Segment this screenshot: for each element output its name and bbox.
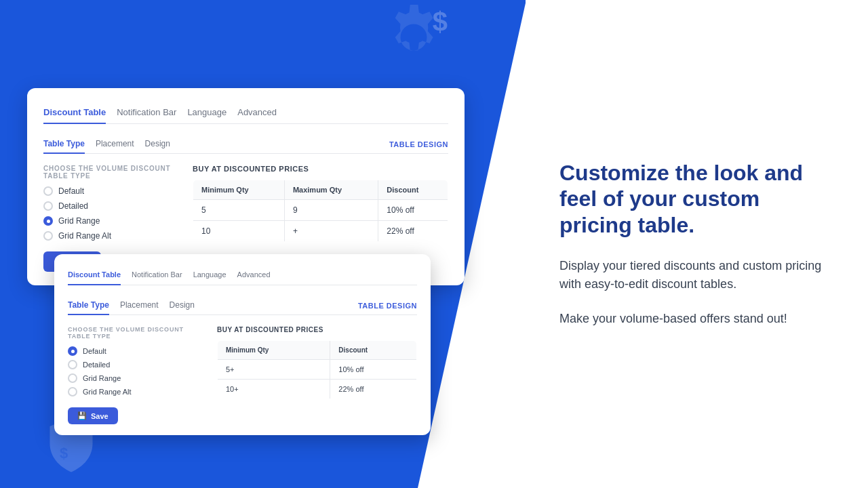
- row2-min: 10: [193, 221, 285, 242]
- tab-notification-bar[interactable]: Notification Bar: [117, 102, 176, 124]
- radio-grid-range[interactable]: Grid Range: [43, 216, 179, 226]
- dollar-shield-left: $: [60, 445, 68, 462]
- row1-max: 9: [284, 200, 378, 221]
- main-heading: Customize the look and feel of your cust…: [559, 160, 834, 238]
- radio-default[interactable]: Default: [43, 186, 179, 196]
- sec-row2-min: 10+: [218, 380, 330, 399]
- card-secondary-content: CHOOSE THE VOLUME DISCOUNT TABLE TYPE De…: [68, 326, 417, 424]
- col-min-qty: Minimum Qty: [193, 180, 285, 200]
- sec-table-row: 5+ 10% off: [218, 360, 417, 380]
- sec-radio-label-detailed: Detailed: [83, 361, 110, 369]
- radio-circle-grid-range: [43, 216, 53, 226]
- secondary-tabs-nav: Discount Table Notification Bar Language…: [68, 265, 417, 285]
- sub-tab-table-type[interactable]: Table Type: [43, 135, 85, 154]
- radio-label-grid-range: Grid Range: [58, 216, 100, 226]
- discount-title-main: BUY AT DISCOUNTED PRICES: [193, 165, 448, 173]
- sec-section-label: CHOOSE THE VOLUME DISCOUNT TABLE TYPE: [68, 326, 203, 340]
- tab-advanced[interactable]: Advanced: [237, 102, 277, 124]
- radio-circle-detailed: [43, 201, 53, 211]
- tab-language[interactable]: Language: [187, 102, 226, 124]
- radio-label-detailed: Detailed: [58, 201, 88, 211]
- discount-area-main: BUY AT DISCOUNTED PRICES Minimum Qty Max…: [179, 165, 448, 242]
- gear-top-icon: [370, 0, 458, 84]
- sec-row2-discount: 22% off: [330, 380, 417, 399]
- dollar-gear-top: $: [433, 7, 448, 37]
- sub-tab-design[interactable]: Design: [145, 135, 170, 154]
- sec-sub-tab-placement[interactable]: Placement: [120, 296, 159, 315]
- sec-table-design-link[interactable]: TABLE DESIGN: [358, 302, 417, 310]
- sec-row1-discount: 10% off: [330, 360, 417, 380]
- row2-max: +: [284, 221, 378, 242]
- gear-bottom-right-icon: [420, 404, 488, 474]
- sec-sub-tab-table-type[interactable]: Table Type: [68, 296, 109, 315]
- radio-label-grid-range-alt: Grid Range Alt: [58, 231, 111, 241]
- sec-col-discount: Discount: [330, 341, 417, 360]
- sec-save-label: Save: [91, 412, 108, 420]
- sec-radio-label-grid-range: Grid Range: [83, 374, 121, 382]
- table-design-link[interactable]: TABLE DESIGN: [389, 140, 448, 148]
- left-panel: $ Discount Table Notification Bar Langua…: [0, 0, 526, 488]
- row1-min: 5: [193, 200, 285, 221]
- sec-price-table: Minimum Qty Discount 5+ 10% off 10+ 22% …: [217, 340, 417, 399]
- col-discount: Discount: [378, 180, 448, 200]
- right-panel: Customize the look and feel of your cust…: [526, 0, 868, 488]
- sec-radio-section: CHOOSE THE VOLUME DISCOUNT TABLE TYPE De…: [68, 326, 203, 424]
- tab-discount-table[interactable]: Discount Table: [43, 102, 106, 124]
- radio-grid-range-alt[interactable]: Grid Range Alt: [43, 231, 179, 241]
- radio-circle-default: [43, 186, 53, 196]
- sec-col-min-qty: Minimum Qty: [218, 341, 330, 360]
- sec-radio-grid-range-alt[interactable]: Grid Range Alt: [68, 387, 203, 396]
- sec-sub-tab-design[interactable]: Design: [170, 296, 195, 315]
- sec-sub-tabs-nav: Table Type Placement Design TABLE DESIGN: [68, 296, 417, 315]
- row2-discount: 22% off: [378, 221, 448, 242]
- sub-tabs-nav: Table Type Placement Design TABLE DESIGN: [43, 135, 448, 154]
- row1-discount: 10% off: [378, 200, 448, 221]
- price-table-main: Minimum Qty Maximum Qty Discount 5 9 10%…: [193, 180, 448, 242]
- card-secondary: Discount Table Notification Bar Language…: [54, 254, 431, 435]
- sec-save-button[interactable]: 💾 Save: [68, 407, 118, 424]
- sec-discount-title: BUY AT DISCOUNTED PRICES: [217, 326, 417, 333]
- sec-radio-group: Default Detailed Grid Range Grid Range A…: [68, 346, 203, 396]
- sec-tab-language[interactable]: Language: [193, 265, 226, 285]
- radio-circle-grid-range-alt: [43, 231, 53, 241]
- section-label: CHOOSE THE VOLUME DISCOUNT TABLE TYPE: [43, 165, 179, 180]
- sec-radio-circle-grid-range-alt: [68, 387, 77, 396]
- radio-detailed[interactable]: Detailed: [43, 201, 179, 211]
- table-row: 10 + 22% off: [193, 221, 448, 242]
- table-row: 5 9 10% off: [193, 200, 448, 221]
- sec-discount-area: BUY AT DISCOUNTED PRICES Minimum Qty Dis…: [203, 326, 417, 399]
- sec-radio-detailed[interactable]: Detailed: [68, 360, 203, 369]
- sec-radio-circle-detailed: [68, 360, 77, 369]
- radio-label-default: Default: [58, 186, 84, 196]
- sec-radio-circle-grid-range: [68, 373, 77, 383]
- sec-tab-advanced[interactable]: Advanced: [237, 265, 271, 285]
- sec-radio-circle-default: [68, 346, 77, 356]
- radio-group: Default Detailed Grid Range Grid Range A…: [43, 186, 179, 241]
- sec-tab-discount-table[interactable]: Discount Table: [68, 265, 121, 285]
- paragraph-1: Display your tiered discounts and custom…: [559, 257, 834, 293]
- dollar-gear-bottom-right: $: [467, 441, 479, 466]
- sec-radio-label-grid-range-alt: Grid Range Alt: [83, 388, 132, 396]
- sec-radio-default[interactable]: Default: [68, 346, 203, 356]
- main-tabs-nav: Discount Table Notification Bar Language…: [43, 102, 448, 124]
- sec-tab-notification-bar[interactable]: Notification Bar: [132, 265, 182, 285]
- paragraph-2: Make your volume-based offers stand out!: [559, 310, 834, 328]
- sub-tab-placement[interactable]: Placement: [96, 135, 134, 154]
- sec-radio-grid-range[interactable]: Grid Range: [68, 373, 203, 383]
- sec-radio-label-default: Default: [83, 347, 106, 355]
- sec-row1-min: 5+: [218, 360, 330, 380]
- sec-save-icon: 💾: [77, 411, 87, 420]
- col-max-qty: Maximum Qty: [284, 180, 378, 200]
- sec-table-row: 10+ 22% off: [218, 380, 417, 399]
